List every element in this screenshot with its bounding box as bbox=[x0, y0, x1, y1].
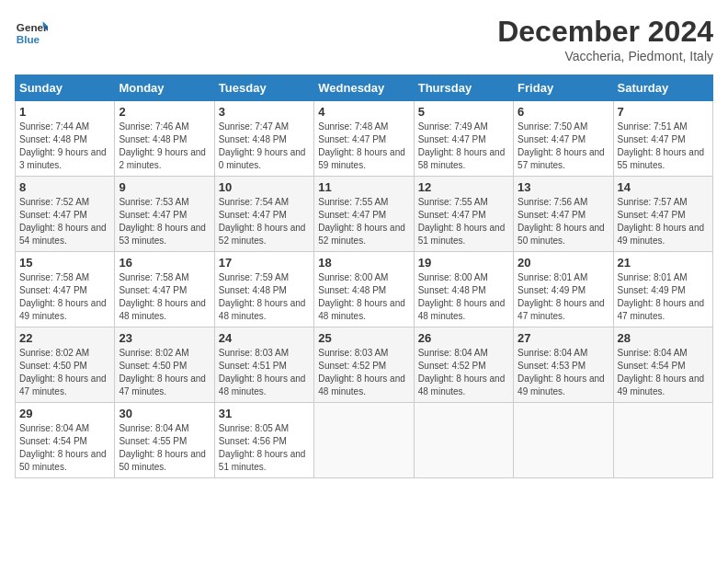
calendar-table: SundayMondayTuesdayWednesdayThursdayFrid… bbox=[15, 75, 713, 478]
calendar-cell: 31 Sunrise: 8:05 AM Sunset: 4:56 PM Dayl… bbox=[214, 403, 313, 478]
day-number: 23 bbox=[119, 331, 210, 345]
day-number: 18 bbox=[318, 256, 409, 270]
title-block: December 2024 Vaccheria, Piedmont, Italy bbox=[497, 15, 713, 63]
day-info: Sunrise: 7:55 AM Sunset: 4:47 PM Dayligh… bbox=[318, 197, 405, 246]
logo-icon: General Blue bbox=[15, 15, 48, 48]
day-number: 4 bbox=[318, 105, 409, 119]
day-info: Sunrise: 8:04 AM Sunset: 4:52 PM Dayligh… bbox=[418, 348, 506, 396]
day-number: 25 bbox=[318, 331, 409, 345]
day-header-sunday: Sunday bbox=[16, 75, 115, 101]
day-info: Sunrise: 7:47 AM Sunset: 4:48 PM Dayligh… bbox=[219, 121, 306, 170]
calendar-cell: 22 Sunrise: 8:02 AM Sunset: 4:50 PM Dayl… bbox=[16, 327, 115, 403]
day-info: Sunrise: 7:53 AM Sunset: 4:47 PM Dayligh… bbox=[119, 197, 206, 246]
calendar-cell: 19 Sunrise: 8:00 AM Sunset: 4:48 PM Dayl… bbox=[414, 252, 513, 327]
day-header-friday: Friday bbox=[514, 75, 613, 101]
calendar-cell: 30 Sunrise: 8:04 AM Sunset: 4:55 PM Dayl… bbox=[115, 403, 214, 478]
day-number: 24 bbox=[219, 331, 310, 345]
day-number: 22 bbox=[19, 331, 110, 345]
calendar-cell: 12 Sunrise: 7:55 AM Sunset: 4:47 PM Dayl… bbox=[414, 177, 513, 252]
calendar-cell: 17 Sunrise: 7:59 AM Sunset: 4:48 PM Dayl… bbox=[214, 252, 313, 327]
day-number: 28 bbox=[618, 331, 709, 345]
day-info: Sunrise: 8:03 AM Sunset: 4:51 PM Dayligh… bbox=[219, 348, 306, 396]
day-info: Sunrise: 7:52 AM Sunset: 4:47 PM Dayligh… bbox=[19, 197, 107, 246]
day-info: Sunrise: 8:01 AM Sunset: 4:49 PM Dayligh… bbox=[518, 272, 605, 321]
calendar-cell: 29 Sunrise: 8:04 AM Sunset: 4:54 PM Dayl… bbox=[16, 403, 115, 478]
day-number: 7 bbox=[618, 105, 709, 119]
day-number: 13 bbox=[518, 180, 609, 194]
month-title: December 2024 bbox=[497, 15, 713, 49]
day-number: 3 bbox=[219, 105, 310, 119]
calendar-cell: 6 Sunrise: 7:50 AM Sunset: 4:47 PM Dayli… bbox=[514, 101, 613, 177]
calendar-cell: 14 Sunrise: 7:57 AM Sunset: 4:47 PM Dayl… bbox=[613, 177, 712, 252]
day-number: 17 bbox=[219, 256, 310, 270]
day-number: 21 bbox=[618, 256, 709, 270]
calendar-cell: 4 Sunrise: 7:48 AM Sunset: 4:47 PM Dayli… bbox=[314, 101, 414, 177]
day-info: Sunrise: 7:56 AM Sunset: 4:47 PM Dayligh… bbox=[518, 197, 605, 246]
day-number: 26 bbox=[418, 331, 509, 345]
day-number: 15 bbox=[19, 256, 110, 270]
day-info: Sunrise: 7:44 AM Sunset: 4:48 PM Dayligh… bbox=[19, 121, 107, 170]
day-number: 11 bbox=[318, 180, 409, 194]
logo: General Blue bbox=[15, 15, 48, 48]
day-number: 5 bbox=[418, 105, 509, 119]
day-info: Sunrise: 8:04 AM Sunset: 4:54 PM Dayligh… bbox=[19, 423, 107, 472]
day-info: Sunrise: 7:54 AM Sunset: 4:47 PM Dayligh… bbox=[219, 197, 306, 246]
day-info: Sunrise: 7:58 AM Sunset: 4:47 PM Dayligh… bbox=[119, 272, 206, 321]
day-number: 1 bbox=[19, 105, 110, 119]
day-info: Sunrise: 7:58 AM Sunset: 4:47 PM Dayligh… bbox=[19, 272, 107, 321]
calendar-cell: 16 Sunrise: 7:58 AM Sunset: 4:47 PM Dayl… bbox=[115, 252, 214, 327]
day-info: Sunrise: 8:02 AM Sunset: 4:50 PM Dayligh… bbox=[119, 348, 206, 396]
day-number: 29 bbox=[19, 407, 110, 420]
calendar-cell: 27 Sunrise: 8:04 AM Sunset: 4:53 PM Dayl… bbox=[514, 327, 613, 403]
day-info: Sunrise: 8:00 AM Sunset: 4:48 PM Dayligh… bbox=[418, 272, 506, 321]
day-info: Sunrise: 8:04 AM Sunset: 4:55 PM Dayligh… bbox=[119, 423, 206, 472]
calendar-cell: 5 Sunrise: 7:49 AM Sunset: 4:47 PM Dayli… bbox=[414, 101, 513, 177]
calendar-cell: 8 Sunrise: 7:52 AM Sunset: 4:47 PM Dayli… bbox=[16, 177, 115, 252]
day-info: Sunrise: 7:50 AM Sunset: 4:47 PM Dayligh… bbox=[518, 121, 605, 170]
calendar-cell bbox=[414, 403, 513, 478]
calendar-cell: 23 Sunrise: 8:02 AM Sunset: 4:50 PM Dayl… bbox=[115, 327, 214, 403]
day-header-thursday: Thursday bbox=[414, 75, 513, 101]
day-number: 20 bbox=[518, 256, 609, 270]
calendar-cell: 1 Sunrise: 7:44 AM Sunset: 4:48 PM Dayli… bbox=[16, 101, 115, 177]
day-number: 12 bbox=[418, 180, 509, 194]
calendar-cell: 11 Sunrise: 7:55 AM Sunset: 4:47 PM Dayl… bbox=[314, 177, 414, 252]
calendar-cell: 18 Sunrise: 8:00 AM Sunset: 4:48 PM Dayl… bbox=[314, 252, 414, 327]
day-number: 31 bbox=[219, 407, 310, 420]
day-number: 6 bbox=[518, 105, 609, 119]
calendar-cell: 24 Sunrise: 8:03 AM Sunset: 4:51 PM Dayl… bbox=[214, 327, 313, 403]
day-info: Sunrise: 7:46 AM Sunset: 4:48 PM Dayligh… bbox=[119, 121, 206, 170]
calendar-cell: 10 Sunrise: 7:54 AM Sunset: 4:47 PM Dayl… bbox=[214, 177, 313, 252]
location-title: Vaccheria, Piedmont, Italy bbox=[497, 49, 713, 63]
day-info: Sunrise: 7:49 AM Sunset: 4:47 PM Dayligh… bbox=[418, 121, 506, 170]
day-number: 30 bbox=[119, 407, 210, 420]
day-number: 8 bbox=[19, 180, 110, 194]
day-info: Sunrise: 7:48 AM Sunset: 4:47 PM Dayligh… bbox=[318, 121, 405, 170]
calendar-cell: 15 Sunrise: 7:58 AM Sunset: 4:47 PM Dayl… bbox=[16, 252, 115, 327]
day-info: Sunrise: 8:02 AM Sunset: 4:50 PM Dayligh… bbox=[19, 348, 107, 396]
day-number: 9 bbox=[119, 180, 210, 194]
day-header-tuesday: Tuesday bbox=[214, 75, 313, 101]
calendar-cell: 26 Sunrise: 8:04 AM Sunset: 4:52 PM Dayl… bbox=[414, 327, 513, 403]
calendar-cell bbox=[613, 403, 712, 478]
calendar-cell: 9 Sunrise: 7:53 AM Sunset: 4:47 PM Dayli… bbox=[115, 177, 214, 252]
calendar-cell: 20 Sunrise: 8:01 AM Sunset: 4:49 PM Dayl… bbox=[514, 252, 613, 327]
page-header: General Blue December 2024 Vaccheria, Pi… bbox=[15, 15, 713, 63]
day-info: Sunrise: 8:04 AM Sunset: 4:54 PM Dayligh… bbox=[618, 348, 705, 396]
day-info: Sunrise: 8:05 AM Sunset: 4:56 PM Dayligh… bbox=[219, 423, 306, 472]
day-number: 14 bbox=[618, 180, 709, 194]
day-info: Sunrise: 7:59 AM Sunset: 4:48 PM Dayligh… bbox=[219, 272, 306, 321]
day-info: Sunrise: 7:57 AM Sunset: 4:47 PM Dayligh… bbox=[618, 197, 705, 246]
calendar-cell bbox=[514, 403, 613, 478]
calendar-cell: 21 Sunrise: 8:01 AM Sunset: 4:49 PM Dayl… bbox=[613, 252, 712, 327]
day-info: Sunrise: 8:03 AM Sunset: 4:52 PM Dayligh… bbox=[318, 348, 405, 396]
calendar-cell: 3 Sunrise: 7:47 AM Sunset: 4:48 PM Dayli… bbox=[214, 101, 313, 177]
calendar-cell: 28 Sunrise: 8:04 AM Sunset: 4:54 PM Dayl… bbox=[613, 327, 712, 403]
day-number: 16 bbox=[119, 256, 210, 270]
day-info: Sunrise: 8:04 AM Sunset: 4:53 PM Dayligh… bbox=[518, 348, 605, 396]
day-info: Sunrise: 7:51 AM Sunset: 4:47 PM Dayligh… bbox=[618, 121, 705, 170]
day-number: 27 bbox=[518, 331, 609, 345]
calendar-cell: 13 Sunrise: 7:56 AM Sunset: 4:47 PM Dayl… bbox=[514, 177, 613, 252]
svg-text:Blue: Blue bbox=[17, 33, 40, 45]
calendar-cell: 25 Sunrise: 8:03 AM Sunset: 4:52 PM Dayl… bbox=[314, 327, 414, 403]
